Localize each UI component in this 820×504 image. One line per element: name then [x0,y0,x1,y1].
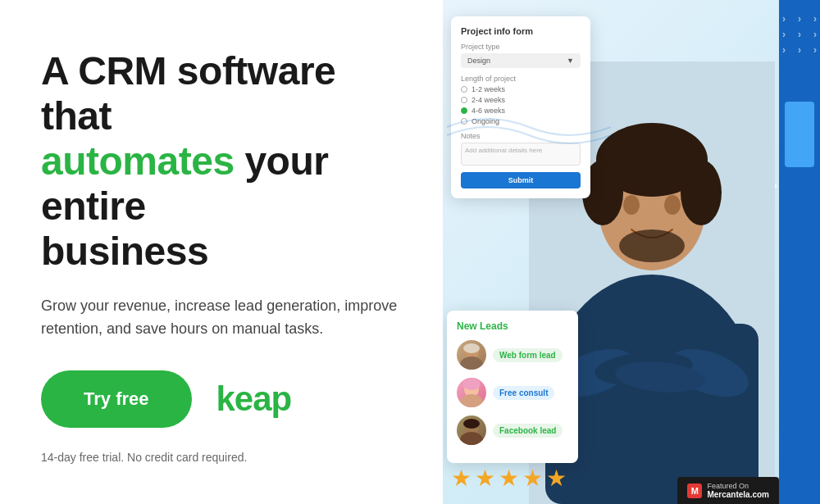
arrow-cell: › [809,28,820,41]
star-3: ★ [499,465,519,492]
arrow-cell: › [809,12,820,25]
project-type-label: Project type [461,43,581,51]
radio-label: 2-4 weeks [472,96,505,104]
headline-part3: business [41,229,208,273]
keap-logo: keap [216,379,292,419]
svg-point-10 [619,229,685,262]
star-5: ★ [546,465,567,492]
lead-label-1: Web form lead [493,348,563,362]
form-card-title: Project info form [461,26,581,36]
project-type-dropdown[interactable]: Design ▼ [461,53,581,68]
arrow-cell: › [777,43,790,57]
radio-item-1[interactable]: 1-2 weeks [461,85,581,93]
stars-row: ★ ★ ★ ★ ★ [451,465,567,492]
lead-item-3: Facebook lead [457,415,568,445]
headline-part1: A CRM software that [41,49,335,138]
left-content: A CRM software that automates your entir… [0,0,443,504]
svg-point-19 [460,394,483,407]
star-1: ★ [451,465,472,492]
submit-button[interactable]: Submit [461,172,581,188]
subheadline: Grow your revenue, increase lead generat… [41,294,410,342]
arrow-cell: › [793,28,806,41]
chevron-down-icon: ▼ [567,57,574,65]
main-headline: A CRM software that automates your entir… [41,48,410,275]
radio-button[interactable] [461,97,467,103]
lead-item-2: Free consult [457,378,568,407]
svg-point-23 [463,419,480,429]
svg-point-20 [462,379,481,390]
lead-avatar-1 [457,340,486,370]
featured-on-label: Featured On [707,482,769,490]
notes-placeholder: Add additional details here [465,147,542,154]
svg-point-16 [460,356,483,370]
star-4: ★ [522,465,543,492]
radio-button[interactable] [461,86,467,93]
cta-row: Try free keap [41,370,410,428]
lead-item-1: Web form lead [457,340,568,370]
svg-point-17 [463,343,480,353]
mercantela-site: Mercantela.com [707,490,769,499]
try-free-button[interactable]: Try free [41,370,192,428]
lead-label-3: Facebook lead [493,424,563,438]
leads-title: New Leads [457,320,568,332]
radio-item-2[interactable]: 2-4 weeks [461,96,581,104]
arrow-cell: › [809,43,820,57]
keap-logo-text: keap [216,379,292,419]
lead-label-2: Free consult [493,386,554,400]
lead-avatar-2 [457,378,486,407]
arrow-grid: › › › › › › › › › [777,12,820,57]
blue-accent-rectangle [785,102,814,167]
svg-point-9 [664,195,681,215]
page-container: A CRM software that automates your entir… [0,0,820,504]
radio-label: 1-2 weeks [472,85,505,93]
mercantela-badge: M Featured On Mercantela.com [677,477,779,504]
new-leads-card: New Leads Web form lead [447,311,578,463]
arrow-cell: › [793,12,806,25]
length-label: Length of project [461,75,581,83]
arrow-cell: › [793,43,806,57]
star-2: ★ [475,465,495,492]
right-content: › › › › › › › › › [443,0,820,504]
lead-avatar-3 [457,415,486,445]
project-type-value: Design [467,57,490,65]
blue-sidebar: › › › › › › › › › [779,0,820,504]
svg-point-8 [623,195,640,215]
mercantela-text: Featured On Mercantela.com [707,482,769,499]
svg-point-22 [460,432,483,445]
mercantela-m-icon: M [687,484,702,498]
headline-accent: automates [41,139,235,183]
trial-text: 14-day free trial. No credit card requir… [41,451,410,464]
svg-point-7 [681,160,722,225]
arrow-cell: › [777,12,790,25]
arrow-cell: › [777,28,790,41]
